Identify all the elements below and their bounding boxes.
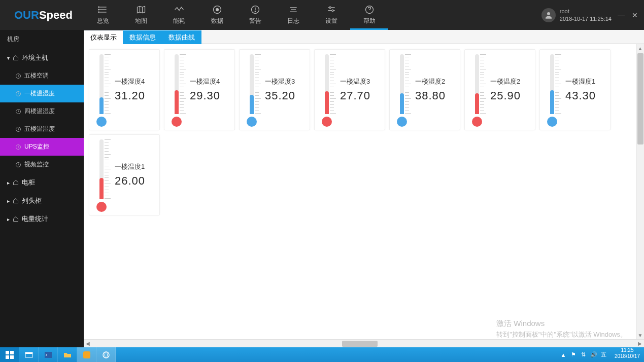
sidebar-group[interactable]: ▾环境主机 (0, 49, 84, 67)
gauge-label: 一楼湿度4 (115, 77, 156, 86)
clock-icon (15, 162, 21, 168)
tray-ime-icon[interactable]: 五 (600, 351, 607, 358)
caret-icon: ▾ (7, 55, 10, 61)
tray-sound-icon[interactable]: 🔊 (590, 351, 597, 358)
sidebar-item-label: UPS监控 (24, 142, 49, 151)
content-area: 一楼湿度431.20一楼温度429.30一楼湿度335.20一楼温度327.70… (84, 44, 644, 347)
system-tray[interactable]: ▲ ⚑ ⇅ 🔊 五 (557, 347, 611, 362)
scroll-up-icon[interactable]: ▲ (638, 44, 643, 52)
home-icon (13, 198, 19, 204)
thermometer-icon (92, 138, 113, 212)
gauge-value: 35.20 (265, 89, 307, 102)
nav-help[interactable]: 帮助 (350, 0, 388, 30)
hscroll-thumb[interactable] (342, 341, 378, 347)
windows-taskbar: ▲ ⚑ ⇅ 🔊 五 11:25 2018/10/17 (0, 347, 644, 362)
group-label: 电量统计 (22, 214, 48, 224)
vertical-scrollbar[interactable]: ▲ ▼ (636, 44, 644, 339)
gauge-label: 一楼湿度1 (565, 77, 607, 86)
sidebar-group[interactable]: ▸列头柜 (0, 192, 84, 210)
window-controls: — ✕ (618, 11, 638, 19)
nav-overview[interactable]: 总览 (84, 0, 122, 30)
sidebar-item-video[interactable]: 视频监控 (0, 156, 84, 173)
thermometer-icon (468, 53, 488, 127)
thermometer-icon (92, 53, 113, 127)
scroll-right-icon[interactable]: ▶ (636, 341, 644, 346)
vscroll-track[interactable] (636, 52, 644, 331)
vscroll-thumb[interactable] (637, 53, 643, 144)
sidebar-item-th4[interactable]: 四楼温湿度 (0, 102, 84, 120)
sidebar-item-th1[interactable]: 一楼温湿度 (0, 85, 84, 102)
minimize-button[interactable]: — (618, 11, 625, 19)
gauge-card: 一楼温度225.90 (464, 49, 535, 130)
user-box[interactable]: root 2018-10-17 11:25:14 (541, 8, 612, 22)
nav-settings[interactable]: 设置 (312, 0, 350, 30)
svg-rect-32 (10, 355, 14, 359)
svg-rect-34 (25, 352, 32, 354)
tab-curve[interactable]: 数据曲线 (162, 30, 201, 44)
gauge-label: 一楼温度4 (190, 77, 231, 86)
taskbar-app-xampp[interactable] (77, 347, 96, 362)
nav-energy[interactable]: 能耗 (160, 0, 198, 30)
taskbar-date: 2018/10/17 (615, 353, 640, 359)
close-button[interactable]: ✕ (632, 11, 638, 19)
svg-point-37 (103, 352, 109, 358)
taskbar-time: 11:25 (615, 347, 640, 353)
svg-rect-36 (83, 351, 90, 358)
svg-point-9 (216, 9, 218, 11)
svg-point-12 (255, 11, 256, 12)
taskbar-app-files[interactable] (58, 347, 77, 362)
tab-gauge[interactable]: 仪表显示 (84, 30, 123, 44)
hscroll-track[interactable] (92, 340, 636, 347)
thermometer-icon (543, 53, 563, 127)
thermometer-icon (243, 53, 263, 127)
map-icon (136, 5, 146, 15)
sidebar-item-ups[interactable]: UPS监控 (0, 138, 84, 156)
taskbar-app-explorer[interactable] (19, 347, 39, 362)
gauge-value: 25.90 (490, 89, 532, 102)
svg-point-19 (331, 10, 333, 11)
gauge-value: 43.30 (565, 89, 607, 102)
nav-label: 日志 (287, 17, 299, 25)
horizontal-scrollbar[interactable]: ◀ ▶ (84, 339, 644, 347)
sidebar-group[interactable]: ▸电量统计 (0, 210, 84, 228)
gauge-card: 一楼温度327.70 (314, 49, 385, 130)
svg-point-3 (98, 7, 99, 8)
taskbar-app-terminal[interactable] (39, 347, 58, 362)
scroll-left-icon[interactable]: ◀ (84, 341, 92, 346)
scroll-down-icon[interactable]: ▼ (638, 331, 643, 339)
gauge-label: 一楼温度3 (340, 77, 382, 86)
main-panel: 仪表显示数据信息数据曲线 一楼湿度431.20一楼温度429.30一楼湿度335… (84, 30, 644, 347)
sidebar-item-th5[interactable]: 五楼温湿度 (0, 120, 84, 138)
avatar-icon (541, 8, 556, 22)
sidebar-title: 机房 (0, 30, 84, 49)
gauge-value: 26.00 (115, 174, 156, 188)
clock-icon (15, 73, 21, 79)
nav-label: 能耗 (173, 17, 185, 25)
nav-map[interactable]: 地图 (122, 0, 160, 30)
nav-data[interactable]: 数据 (198, 0, 236, 30)
nav-label: 警告 (249, 17, 261, 25)
gauge-value: 31.20 (115, 89, 156, 102)
nav-alarm[interactable]: 警告 (236, 0, 274, 30)
gauge-card: 一楼湿度335.20 (239, 49, 310, 130)
tray-icon[interactable]: ▲ (560, 351, 567, 358)
sidebar-group[interactable]: ▸电柜 (0, 173, 84, 192)
start-button[interactable] (0, 347, 19, 362)
nav-log[interactable]: 日志 (274, 0, 312, 30)
settings-icon (326, 5, 336, 15)
caret-icon: ▸ (7, 198, 10, 204)
watermark-line2: 转到"控制面板"中的"系统"以激活 Windows。 (496, 330, 627, 340)
tab-info[interactable]: 数据信息 (123, 30, 162, 44)
clock-icon (15, 91, 21, 97)
svg-point-22 (547, 12, 550, 15)
taskbar-app-browser[interactable] (96, 347, 116, 362)
nav-label: 数据 (211, 17, 223, 25)
clock-icon (15, 108, 21, 115)
tray-flag-icon[interactable]: ⚑ (570, 351, 577, 358)
home-icon (13, 216, 19, 222)
sidebar-item-ac5[interactable]: 五楼空调 (0, 67, 84, 85)
tray-network-icon[interactable]: ⇅ (580, 351, 587, 358)
sidebar-item-label: 一楼温湿度 (24, 89, 55, 98)
top-nav: 总览地图能耗数据警告日志设置帮助 (84, 0, 388, 30)
taskbar-clock[interactable]: 11:25 2018/10/17 (611, 347, 644, 362)
